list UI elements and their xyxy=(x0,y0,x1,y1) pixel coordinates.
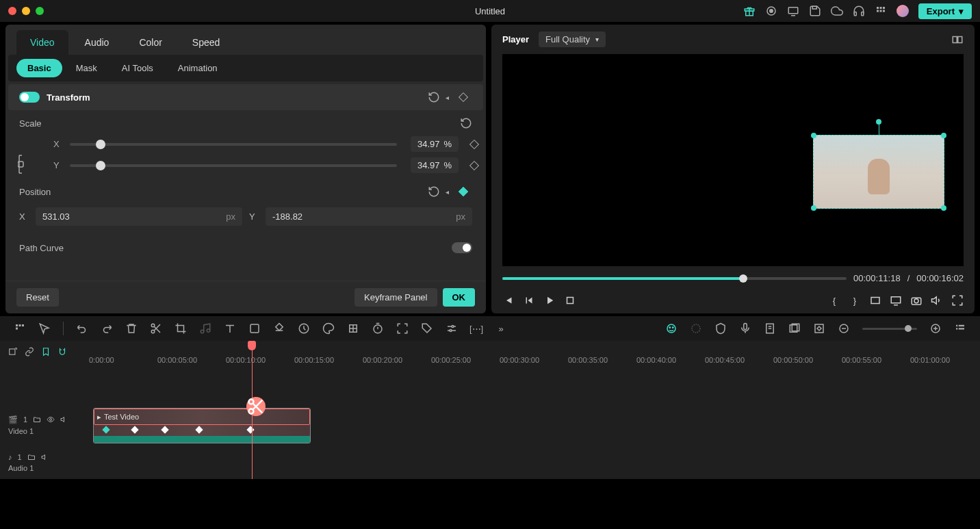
crop-icon[interactable] xyxy=(175,322,187,335)
position-keyframe-diamond[interactable] xyxy=(459,187,468,196)
scale-y-keyframe[interactable] xyxy=(469,160,479,170)
position-x-input[interactable]: 531.03px xyxy=(36,207,242,226)
redo-icon[interactable] xyxy=(101,322,113,335)
preview-area[interactable] xyxy=(502,54,964,266)
clip-keyframe[interactable] xyxy=(131,426,138,433)
save-icon[interactable] xyxy=(809,5,821,17)
clip-keyframe[interactable] xyxy=(161,426,168,433)
freeze-icon[interactable] xyxy=(347,322,359,335)
apps-icon[interactable] xyxy=(875,5,887,17)
mark-in-icon[interactable]: { xyxy=(828,294,840,307)
clip-keyframe[interactable] xyxy=(195,426,203,433)
folder-icon[interactable] xyxy=(27,453,36,461)
music-icon[interactable] xyxy=(199,322,211,335)
tab-color[interactable]: Color xyxy=(125,30,175,55)
palette-icon[interactable] xyxy=(322,322,335,335)
reset-transform-icon[interactable] xyxy=(428,91,440,103)
path-curve-toggle[interactable] xyxy=(452,242,472,253)
magnet-icon[interactable] xyxy=(57,347,67,357)
scale-y-value[interactable]: 34.97% xyxy=(411,157,459,173)
mute-icon[interactable] xyxy=(60,415,68,424)
notes-icon[interactable] xyxy=(764,322,776,335)
delete-icon[interactable] xyxy=(125,322,138,335)
reset-scale-icon[interactable] xyxy=(460,117,472,129)
mic-icon[interactable] xyxy=(739,322,751,335)
tab-basic[interactable]: Basic xyxy=(16,59,62,77)
crop-zoom-icon[interactable] xyxy=(248,322,261,335)
video-clip[interactable]: ▸ Test Video xyxy=(93,408,311,443)
tab-animation[interactable]: Animation xyxy=(167,59,229,77)
ai-icon[interactable] xyxy=(665,322,678,335)
link-icon[interactable] xyxy=(25,347,34,357)
display-icon[interactable] xyxy=(890,294,902,307)
headphones-icon[interactable] xyxy=(853,5,865,17)
visibility-icon[interactable] xyxy=(47,415,55,424)
step-back-button[interactable] xyxy=(523,294,535,307)
resize-handle-tr[interactable] xyxy=(941,133,946,138)
scale-y-slider[interactable] xyxy=(70,164,397,167)
cut-icon[interactable] xyxy=(150,322,162,335)
rotate-handle[interactable] xyxy=(876,119,881,125)
maximize-window-button[interactable] xyxy=(36,7,44,15)
profile-icon[interactable] xyxy=(897,5,909,17)
mute-icon[interactable] xyxy=(41,453,49,461)
resize-handle-bl[interactable] xyxy=(811,205,816,211)
stop-button[interactable] xyxy=(564,294,576,307)
expand-icon[interactable] xyxy=(396,322,409,335)
playback-progress[interactable] xyxy=(502,277,847,280)
keyframe-prev-icon[interactable]: ◂ xyxy=(446,94,449,101)
keyframe-icon[interactable] xyxy=(813,322,825,335)
keyframe-panel-button[interactable]: Keyframe Panel xyxy=(354,288,437,307)
add-track-icon[interactable] xyxy=(8,347,18,357)
gift-icon[interactable] xyxy=(743,5,756,17)
scale-x-value[interactable]: 34.97% xyxy=(411,136,459,152)
position-y-input[interactable]: -188.82px xyxy=(266,207,472,226)
cloud-icon[interactable] xyxy=(831,5,843,17)
cut-marker[interactable] xyxy=(246,397,266,416)
reset-button[interactable]: Reset xyxy=(16,288,59,307)
tag-icon[interactable] xyxy=(421,322,433,335)
fullscreen-icon[interactable] xyxy=(951,294,964,307)
zoom-slider[interactable] xyxy=(862,328,917,330)
transform-toggle[interactable] xyxy=(19,92,40,103)
adjust-icon[interactable] xyxy=(446,322,458,335)
target-icon[interactable] xyxy=(690,322,702,335)
more-icon[interactable]: [⋯] xyxy=(470,322,482,335)
shield-icon[interactable] xyxy=(714,322,727,335)
prev-frame-button[interactable] xyxy=(502,294,515,307)
scale-x-keyframe[interactable] xyxy=(469,139,479,149)
clip-keyframe[interactable] xyxy=(102,426,109,433)
close-window-button[interactable] xyxy=(8,7,16,15)
tab-audio[interactable]: Audio xyxy=(71,30,123,55)
text-icon[interactable] xyxy=(224,322,236,335)
scale-x-slider[interactable] xyxy=(70,143,397,146)
pointer-icon[interactable] xyxy=(38,322,51,335)
play-button[interactable] xyxy=(543,294,556,307)
ok-button[interactable]: OK xyxy=(443,288,476,307)
volume-icon[interactable] xyxy=(931,294,943,307)
minimize-window-button[interactable] xyxy=(22,7,30,15)
tab-mask[interactable]: Mask xyxy=(65,59,108,77)
undo-icon[interactable] xyxy=(76,322,88,335)
list-icon[interactable] xyxy=(954,322,966,335)
grid-icon[interactable] xyxy=(14,322,26,335)
overflow-icon[interactable]: » xyxy=(495,322,507,335)
color-icon[interactable] xyxy=(273,322,285,335)
aspect-icon[interactable] xyxy=(869,294,881,307)
compare-view-icon[interactable] xyxy=(951,34,964,46)
clip-selection-frame[interactable] xyxy=(813,135,944,209)
speed-ramp-icon[interactable] xyxy=(298,322,310,335)
resize-handle-tl[interactable] xyxy=(811,133,816,138)
marker-icon[interactable] xyxy=(41,347,51,357)
tab-speed[interactable]: Speed xyxy=(179,30,233,55)
folder-icon[interactable] xyxy=(33,415,41,424)
timer-icon[interactable] xyxy=(372,322,384,335)
quality-select[interactable]: Full Quality ▾ xyxy=(539,31,606,47)
export-button[interactable]: Export ▾ xyxy=(918,3,972,19)
zoom-out-icon[interactable] xyxy=(838,322,850,335)
clip-keyframe[interactable] xyxy=(246,426,254,433)
reset-position-icon[interactable] xyxy=(428,185,440,198)
zoom-in-icon[interactable] xyxy=(929,322,942,335)
mark-out-icon[interactable]: } xyxy=(849,294,861,307)
keyframe-prev-icon[interactable]: ◂ xyxy=(446,188,449,196)
